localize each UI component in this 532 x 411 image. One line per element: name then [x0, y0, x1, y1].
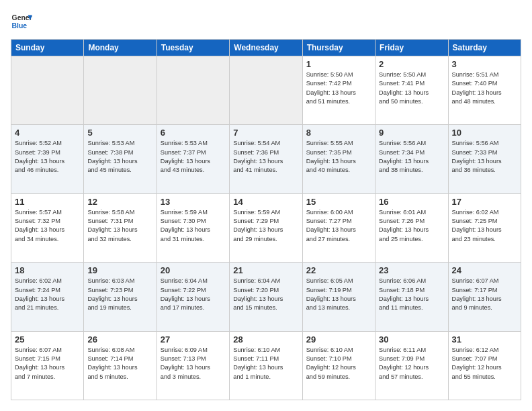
day-info: Sunrise: 5:50 AMSunset: 7:42 PMDaylight:… — [306, 71, 371, 106]
day-info: Sunrise: 6:11 AMSunset: 7:09 PMDaylight:… — [379, 346, 444, 381]
calendar-cell: 7Sunrise: 5:54 AMSunset: 7:36 PMDaylight… — [230, 125, 302, 193]
logo: General Blue — [11, 11, 32, 32]
day-number: 31 — [452, 334, 517, 345]
calendar-week-2: 4Sunrise: 5:52 AMSunset: 7:39 PMDaylight… — [11, 125, 521, 193]
calendar-cell: 20Sunrise: 6:04 AMSunset: 7:22 PMDayligh… — [157, 263, 229, 331]
calendar-cell: 6Sunrise: 5:53 AMSunset: 7:37 PMDaylight… — [157, 125, 229, 193]
day-info: Sunrise: 6:09 AMSunset: 7:13 PMDaylight:… — [161, 346, 226, 381]
calendar-cell: 13Sunrise: 5:59 AMSunset: 7:30 PMDayligh… — [157, 193, 229, 262]
calendar-week-1: 1Sunrise: 5:50 AMSunset: 7:42 PMDaylight… — [11, 56, 521, 125]
day-info: Sunrise: 6:03 AMSunset: 7:23 PMDaylight:… — [87, 277, 152, 312]
day-number: 2 — [379, 59, 444, 69]
day-header-tuesday: Tuesday — [157, 40, 229, 56]
day-info: Sunrise: 6:12 AMSunset: 7:07 PMDaylight:… — [452, 346, 517, 381]
calendar-cell: 18Sunrise: 6:02 AMSunset: 7:24 PMDayligh… — [11, 263, 84, 331]
calendar-cell: 16Sunrise: 6:01 AMSunset: 7:26 PMDayligh… — [375, 193, 448, 262]
calendar-cell: 23Sunrise: 6:06 AMSunset: 7:18 PMDayligh… — [375, 263, 448, 331]
calendar-cell: 22Sunrise: 6:05 AMSunset: 7:19 PMDayligh… — [302, 263, 375, 331]
day-info: Sunrise: 5:56 AMSunset: 7:33 PMDaylight:… — [452, 139, 517, 175]
day-number: 19 — [87, 265, 152, 275]
calendar-cell: 12Sunrise: 5:58 AMSunset: 7:31 PMDayligh… — [84, 193, 157, 262]
calendar-cell: 10Sunrise: 5:56 AMSunset: 7:33 PMDayligh… — [448, 125, 521, 193]
day-header-monday: Monday — [84, 40, 157, 56]
day-number: 11 — [15, 197, 80, 207]
calendar-cell: 4Sunrise: 5:52 AMSunset: 7:39 PMDaylight… — [11, 125, 84, 193]
calendar-cell — [230, 56, 302, 125]
calendar-week-3: 11Sunrise: 5:57 AMSunset: 7:32 PMDayligh… — [11, 193, 521, 262]
calendar-cell: 31Sunrise: 6:12 AMSunset: 7:07 PMDayligh… — [448, 331, 521, 400]
day-info: Sunrise: 6:04 AMSunset: 7:22 PMDaylight:… — [161, 277, 226, 312]
day-number: 6 — [161, 128, 226, 138]
calendar-cell: 1Sunrise: 5:50 AMSunset: 7:42 PMDaylight… — [302, 56, 375, 125]
calendar-cell: 3Sunrise: 5:51 AMSunset: 7:40 PMDaylight… — [448, 56, 521, 125]
day-number: 27 — [161, 334, 226, 345]
day-info: Sunrise: 6:07 AMSunset: 7:17 PMDaylight:… — [452, 277, 517, 312]
calendar-cell — [84, 56, 157, 125]
calendar-cell: 24Sunrise: 6:07 AMSunset: 7:17 PMDayligh… — [448, 263, 521, 331]
day-number: 14 — [233, 197, 298, 207]
day-number: 21 — [233, 265, 298, 275]
day-info: Sunrise: 5:51 AMSunset: 7:40 PMDaylight:… — [452, 71, 517, 106]
calendar-cell: 19Sunrise: 6:03 AMSunset: 7:23 PMDayligh… — [84, 263, 157, 331]
day-number: 7 — [233, 128, 298, 138]
calendar-cell: 11Sunrise: 5:57 AMSunset: 7:32 PMDayligh… — [11, 193, 84, 262]
svg-text:Blue: Blue — [12, 22, 28, 30]
day-header-sunday: Sunday — [11, 40, 84, 56]
day-number: 4 — [15, 128, 80, 138]
calendar-week-4: 18Sunrise: 6:02 AMSunset: 7:24 PMDayligh… — [11, 263, 521, 331]
day-number: 17 — [452, 197, 517, 207]
calendar-cell: 8Sunrise: 5:55 AMSunset: 7:35 PMDaylight… — [302, 125, 375, 193]
calendar-cell: 5Sunrise: 5:53 AMSunset: 7:38 PMDaylight… — [84, 125, 157, 193]
calendar-page: General Blue SundayMondayTuesdayWednesda… — [0, 0, 532, 411]
calendar-cell: 27Sunrise: 6:09 AMSunset: 7:13 PMDayligh… — [157, 331, 229, 400]
day-info: Sunrise: 5:58 AMSunset: 7:31 PMDaylight:… — [87, 208, 152, 244]
calendar-cell: 2Sunrise: 5:50 AMSunset: 7:41 PMDaylight… — [375, 56, 448, 125]
calendar-cell: 28Sunrise: 6:10 AMSunset: 7:11 PMDayligh… — [230, 331, 302, 400]
calendar-table: SundayMondayTuesdayWednesdayThursdayFrid… — [11, 39, 521, 400]
day-number: 8 — [306, 128, 371, 138]
day-number: 9 — [379, 128, 444, 138]
day-number: 30 — [379, 334, 444, 345]
day-info: Sunrise: 6:05 AMSunset: 7:19 PMDaylight:… — [306, 277, 371, 312]
day-info: Sunrise: 5:52 AMSunset: 7:39 PMDaylight:… — [15, 139, 80, 175]
calendar-cell: 15Sunrise: 6:00 AMSunset: 7:27 PMDayligh… — [302, 193, 375, 262]
day-number: 29 — [306, 334, 371, 345]
calendar-cell: 25Sunrise: 6:07 AMSunset: 7:15 PMDayligh… — [11, 331, 84, 400]
day-number: 18 — [15, 265, 80, 275]
day-number: 28 — [233, 334, 298, 345]
day-info: Sunrise: 5:59 AMSunset: 7:30 PMDaylight:… — [161, 208, 226, 244]
day-number: 22 — [306, 265, 371, 275]
day-header-saturday: Saturday — [448, 40, 521, 56]
calendar-cell — [11, 56, 84, 125]
header: General Blue — [11, 11, 521, 32]
calendar-week-5: 25Sunrise: 6:07 AMSunset: 7:15 PMDayligh… — [11, 331, 521, 400]
calendar-header-row: SundayMondayTuesdayWednesdayThursdayFrid… — [11, 40, 521, 56]
day-header-friday: Friday — [375, 40, 448, 56]
day-info: Sunrise: 5:53 AMSunset: 7:38 PMDaylight:… — [87, 139, 152, 175]
day-info: Sunrise: 5:57 AMSunset: 7:32 PMDaylight:… — [15, 208, 80, 244]
day-header-wednesday: Wednesday — [230, 40, 302, 56]
logo-icon: General Blue — [11, 11, 32, 32]
calendar-cell: 14Sunrise: 5:59 AMSunset: 7:29 PMDayligh… — [230, 193, 302, 262]
calendar-cell: 29Sunrise: 6:10 AMSunset: 7:10 PMDayligh… — [302, 331, 375, 400]
calendar-cell: 21Sunrise: 6:04 AMSunset: 7:20 PMDayligh… — [230, 263, 302, 331]
day-number: 5 — [87, 128, 152, 138]
day-info: Sunrise: 5:55 AMSunset: 7:35 PMDaylight:… — [306, 139, 371, 175]
day-info: Sunrise: 6:02 AMSunset: 7:24 PMDaylight:… — [15, 277, 80, 312]
day-info: Sunrise: 5:50 AMSunset: 7:41 PMDaylight:… — [379, 71, 444, 106]
day-number: 13 — [161, 197, 226, 207]
day-number: 24 — [452, 265, 517, 275]
calendar-cell: 9Sunrise: 5:56 AMSunset: 7:34 PMDaylight… — [375, 125, 448, 193]
day-number: 12 — [87, 197, 152, 207]
day-number: 25 — [15, 334, 80, 345]
calendar-cell: 26Sunrise: 6:08 AMSunset: 7:14 PMDayligh… — [84, 331, 157, 400]
day-info: Sunrise: 6:02 AMSunset: 7:25 PMDaylight:… — [452, 208, 517, 244]
day-info: Sunrise: 5:56 AMSunset: 7:34 PMDaylight:… — [379, 139, 444, 175]
day-info: Sunrise: 6:06 AMSunset: 7:18 PMDaylight:… — [379, 277, 444, 312]
day-number: 10 — [452, 128, 517, 138]
day-info: Sunrise: 6:01 AMSunset: 7:26 PMDaylight:… — [379, 208, 444, 244]
day-info: Sunrise: 5:59 AMSunset: 7:29 PMDaylight:… — [233, 208, 298, 244]
day-info: Sunrise: 6:04 AMSunset: 7:20 PMDaylight:… — [233, 277, 298, 312]
day-number: 26 — [87, 334, 152, 345]
day-info: Sunrise: 5:54 AMSunset: 7:36 PMDaylight:… — [233, 139, 298, 175]
